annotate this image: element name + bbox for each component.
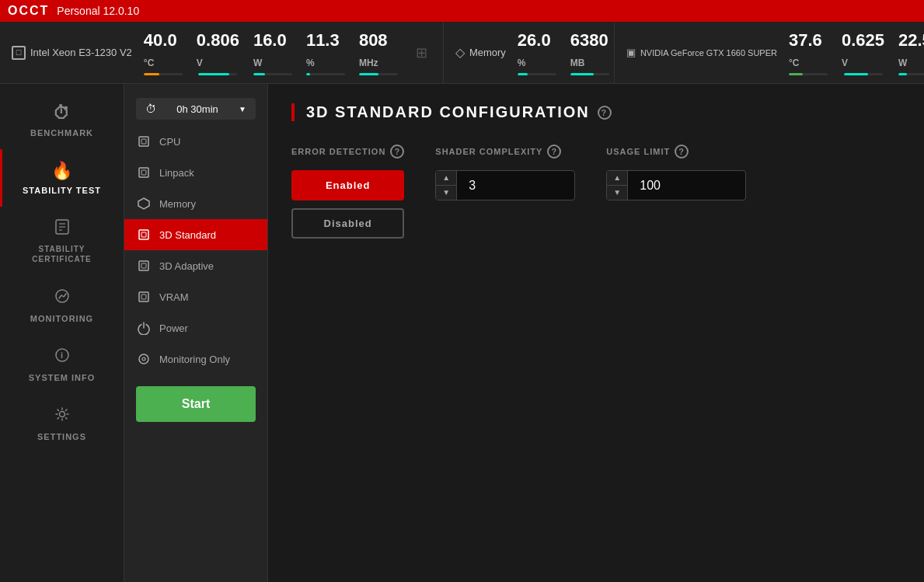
usage-limit-section: USAGE LIMIT ? ▲ ▼ 100 (606, 145, 746, 200)
shader-complexity-input: ▲ ▼ 3 (435, 170, 575, 200)
cpu-power: 16.0 W (253, 30, 292, 75)
usage-limit-up[interactable]: ▲ (607, 171, 627, 185)
submenu-item-linpack[interactable]: Linpack (124, 157, 267, 188)
time-selector[interactable]: ⏱ 0h 30min ▼ (136, 98, 256, 120)
sidebar-item-benchmark[interactable]: ⏱ BENCHMARK (0, 92, 124, 149)
memory-stats-section: ◇ Memory 26.0 % 6380 MB (444, 22, 615, 83)
stability-cert-icon (54, 218, 71, 239)
svg-point-20 (142, 357, 145, 361)
submenu: ⏱ 0h 30min ▼ CPU Linpack Memory (124, 84, 268, 582)
time-selector-value: 0h 30min (176, 103, 218, 115)
usage-limit-help-icon[interactable]: ? (675, 145, 689, 159)
main-layout: ⏱ BENCHMARK 🔥 STABILITY TEST STABILITY C… (0, 84, 924, 582)
svg-text:i: i (60, 350, 63, 360)
usage-limit-value: 100 (628, 173, 745, 199)
submenu-item-linpack-label: Linpack (159, 167, 194, 179)
3d-standard-submenu-icon (136, 227, 152, 242)
sidebar-item-settings[interactable]: SETTINGS (0, 394, 124, 453)
shader-complexity-value: 3 (457, 173, 574, 199)
error-detection-label: ERROR DETECTION ? (291, 145, 404, 159)
usage-limit-label: USAGE LIMIT ? (606, 145, 746, 159)
usage-limit-spinners: ▲ ▼ (607, 171, 628, 200)
mem-usage-pct: 26.0 % (518, 30, 556, 75)
start-button[interactable]: Start (136, 386, 256, 422)
shader-complexity-down[interactable]: ▼ (436, 186, 456, 200)
app-logo: OCCT (8, 4, 49, 18)
error-detection-help-icon[interactable]: ? (390, 145, 404, 159)
system-info-icon: i (54, 347, 71, 368)
config-grid: ERROR DETECTION ? Enabled Disabled SHADE… (291, 145, 901, 239)
submenu-item-power-label: Power (159, 322, 188, 334)
submenu-item-cpu[interactable]: CPU (124, 126, 267, 157)
cpu-freq: 808 MHz (359, 30, 398, 75)
svg-rect-10 (139, 168, 148, 177)
shader-complexity-spinners: ▲ ▼ (436, 171, 457, 200)
sidebar-item-system-info[interactable]: i SYSTEM INFO (0, 335, 124, 394)
svg-marker-12 (138, 198, 149, 209)
submenu-item-power[interactable]: Power (124, 312, 267, 343)
benchmark-icon: ⏱ (53, 103, 71, 124)
submenu-item-3d-standard-label: 3D Standard (159, 229, 216, 241)
monitoring-icon (54, 288, 71, 309)
submenu-item-memory[interactable]: Memory (124, 188, 267, 219)
monitoring-only-submenu-icon (136, 351, 152, 367)
submenu-item-3d-adaptive-label: 3D Adaptive (159, 260, 214, 272)
memory-stats-values: 26.0 % 6380 MB (518, 30, 609, 75)
submenu-item-memory-label: Memory (159, 198, 196, 210)
error-detection-enabled-button[interactable]: Enabled (291, 170, 404, 200)
cpu-temp: 40.0 °C (144, 30, 183, 75)
submenu-item-3d-adaptive[interactable]: 3D Adaptive (124, 250, 267, 281)
usage-limit-down[interactable]: ▼ (607, 186, 627, 200)
sidebar-item-settings-label: SETTINGS (37, 432, 86, 441)
cpu-section-label: ☐ Intel Xeon E3-1230 V2 (12, 46, 132, 60)
titlebar: OCCT Personal 12.0.10 (0, 0, 924, 22)
error-detection-section: ERROR DETECTION ? Enabled Disabled (291, 145, 404, 239)
shader-complexity-up[interactable]: ▲ (436, 171, 456, 185)
shader-complexity-section: SHADER COMPLEXITY ? ▲ ▼ 3 (435, 145, 575, 200)
svg-rect-18 (141, 294, 146, 299)
submenu-item-monitoring-only[interactable]: Monitoring Only (124, 343, 267, 375)
title-help-icon[interactable]: ? (598, 106, 612, 120)
vram-submenu-icon (136, 289, 152, 305)
cpu-stats-values: 40.0 °C 0.806 V 16.0 W 11.3 % 808 MHz ⊞ (144, 30, 431, 75)
cpu-voltage: 0.806 V (197, 30, 239, 75)
svg-rect-17 (139, 292, 148, 301)
content-area: 3D STANDARD CONFIGURATION ? ERROR DETECT… (268, 84, 924, 582)
sidebar: ⏱ BENCHMARK 🔥 STABILITY TEST STABILITY C… (0, 84, 124, 582)
svg-point-7 (59, 412, 65, 417)
cpu-submenu-icon (136, 134, 152, 149)
shader-complexity-help-icon[interactable]: ? (547, 145, 561, 159)
svg-rect-9 (141, 139, 146, 144)
gpu-voltage: 0.625 V (842, 30, 884, 75)
usage-limit-input: ▲ ▼ 100 (606, 170, 746, 200)
gpu-stats-values: 37.6 °C 0.625 V 22.5 W 27.0 % (789, 30, 924, 75)
sidebar-item-benchmark-label: BENCHMARK (30, 128, 93, 138)
sidebar-item-stability-test[interactable]: 🔥 STABILITY TEST (0, 149, 124, 207)
settings-icon (54, 406, 71, 427)
sidebar-item-stability-cert[interactable]: STABILITY CERTIFICATE (0, 207, 124, 276)
dropdown-icon: ▼ (239, 105, 246, 113)
submenu-item-vram-label: VRAM (159, 291, 189, 303)
error-detection-disabled-button[interactable]: Disabled (291, 208, 404, 239)
svg-rect-15 (139, 261, 148, 270)
gpu-temp: 37.6 °C (789, 30, 828, 75)
mem-usage-mb: 6380 MB (570, 30, 609, 75)
power-submenu-icon (136, 320, 152, 336)
svg-rect-11 (141, 170, 146, 175)
memory-section-label: ◇ Memory (455, 45, 506, 60)
sidebar-item-monitoring-label: MONITORING (30, 314, 93, 323)
submenu-item-cpu-label: CPU (159, 136, 180, 148)
gpu-power: 22.5 W (898, 30, 924, 75)
sidebar-item-stability-cert-label: STABILITY CERTIFICATE (8, 244, 116, 264)
submenu-item-3d-standard[interactable]: 3D Standard (124, 219, 267, 250)
cpu-stats-section: ☐ Intel Xeon E3-1230 V2 40.0 °C 0.806 V … (0, 22, 444, 83)
statsbar: ☐ Intel Xeon E3-1230 V2 40.0 °C 0.806 V … (0, 22, 924, 84)
shader-complexity-label: SHADER COMPLEXITY ? (435, 145, 575, 159)
memory-submenu-icon (136, 196, 152, 211)
svg-rect-8 (139, 137, 148, 146)
svg-point-19 (139, 354, 148, 364)
submenu-item-vram[interactable]: VRAM (124, 281, 267, 312)
submenu-item-monitoring-only-label: Monitoring Only (159, 354, 230, 365)
linpack-submenu-icon (136, 165, 152, 180)
sidebar-item-monitoring[interactable]: MONITORING (0, 276, 124, 335)
